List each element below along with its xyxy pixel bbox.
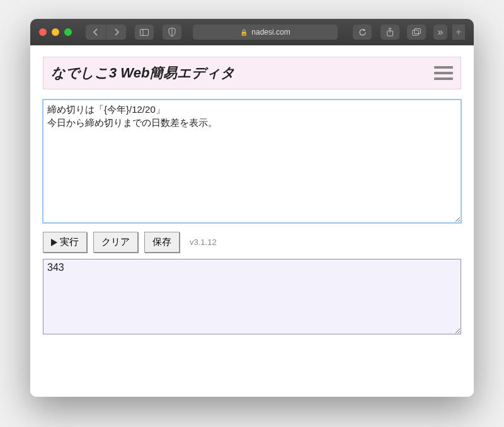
nav-buttons — [86, 25, 126, 40]
new-tab-button[interactable]: + — [452, 25, 465, 40]
url-text: nadesi.com — [251, 28, 290, 37]
page-content: なでしこ3 Web簡易エディタ 実行 クリア 保存 v3.1.12 — [30, 45, 474, 397]
lock-icon: 🔒 — [240, 29, 248, 36]
save-label: 保存 — [152, 236, 171, 248]
clear-label: クリア — [101, 236, 130, 248]
svg-rect-4 — [415, 29, 421, 34]
svg-rect-3 — [413, 30, 419, 35]
page-title: なでしこ3 Web簡易エディタ — [51, 64, 235, 83]
play-icon — [51, 239, 57, 246]
close-icon[interactable] — [39, 28, 47, 36]
action-toolbar: 実行 クリア 保存 v3.1.12 — [43, 232, 461, 253]
version-label: v3.1.12 — [190, 237, 217, 247]
address-bar[interactable]: 🔒 nadesi.com — [193, 25, 338, 40]
code-editor[interactable] — [43, 100, 461, 223]
maximize-icon[interactable] — [64, 28, 72, 36]
minimize-icon[interactable] — [52, 28, 59, 36]
tabs-icon[interactable] — [407, 25, 426, 40]
sidebar-icon[interactable] — [135, 25, 154, 40]
output-area[interactable] — [43, 259, 461, 334]
share-icon[interactable] — [381, 25, 399, 40]
run-label: 実行 — [60, 236, 79, 248]
more-icon[interactable]: » — [433, 25, 447, 40]
menu-icon[interactable] — [434, 66, 453, 80]
window-controls — [39, 28, 72, 36]
page-header: なでしこ3 Web簡易エディタ — [43, 57, 461, 89]
svg-rect-0 — [140, 29, 149, 35]
browser-window: 🔒 nadesi.com » + なでしこ3 Web簡易エディタ — [30, 19, 474, 397]
save-button[interactable]: 保存 — [144, 232, 180, 253]
reload-icon[interactable] — [353, 25, 372, 40]
shield-icon[interactable] — [163, 25, 181, 40]
back-button[interactable] — [86, 25, 106, 40]
clear-button[interactable]: クリア — [93, 232, 138, 253]
run-button[interactable]: 実行 — [43, 232, 87, 253]
titlebar: 🔒 nadesi.com » + — [30, 19, 474, 45]
forward-button[interactable] — [106, 25, 126, 40]
